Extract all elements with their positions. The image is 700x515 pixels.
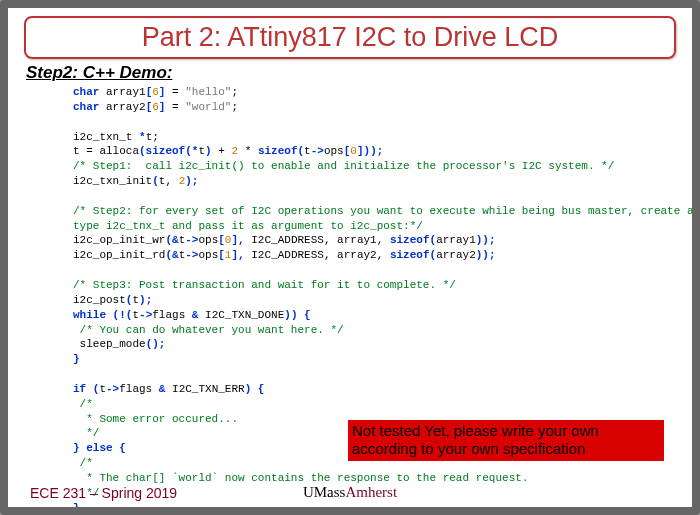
code-text: ops [324,145,344,157]
code-text: ops [198,234,218,246]
code-text: -> [311,145,324,157]
code-text: } [73,502,80,514]
code-text: array2 [436,249,476,261]
brand-amherst: Amherst [345,484,397,500]
code-text: ], [231,234,244,246]
slide-title: Part 2: ATtiny817 I2C to Drive LCD [142,22,559,52]
code-text: (); [146,338,166,350]
code-text: I2C_ADDRESS, array1, [245,234,390,246]
code-text: I2C_ADDRESS, array2, [245,249,390,261]
code-text: array1 [99,86,145,98]
code-text: "world" [185,101,231,113]
code-text: ; [231,86,238,98]
code-text: (& [165,249,178,261]
code-text: array1 [436,234,476,246]
code-text: [ [218,234,225,246]
code-text: * [238,145,258,157]
code-text: if ( [73,383,99,395]
code-text: ) [205,145,212,157]
code-text: else { [86,442,126,454]
brand-umass: UMass [303,484,346,500]
code-text: ); [185,175,198,187]
code-comment: /* [73,398,93,410]
code-text: t [304,145,311,157]
code-text: t, [159,175,179,187]
code-text: = [165,86,185,98]
code-text: i2c_op_init_rd [73,249,165,261]
slide-frame: Part 2: ATtiny817 I2C to Drive LCD Step2… [0,0,700,515]
code-text: 6 [152,86,159,98]
code-text: sizeof( [390,234,436,246]
code-text: (sizeof(* [139,145,198,157]
code-comment: * Some error occured... [73,413,238,425]
code-text: ; [231,101,238,113]
code-comment: */ [73,427,99,439]
code-comment: /* Step2: for every set of I2C operation… [73,205,700,217]
footer-brand: UMassAmherst [8,484,692,501]
code-comment: /* [73,457,93,469]
code-text: sleep_mode [73,338,146,350]
code-text: )); [476,249,496,261]
code-text: sizeof( [258,145,304,157]
code-text: 0 [350,145,357,157]
code-text: + [212,145,232,157]
code-text: ], [231,249,244,261]
code-text: i2c_op_init_wr [73,234,165,246]
code-comment: type i2c_tnx_t and pass it as argument t… [73,220,423,232]
slide-subtitle: Step2: C++ Demo: [26,63,674,83]
code-text: "hello" [185,86,231,98]
code-text: ); [139,294,152,306]
warning-overlay: Not tested Yet, please write your own ac… [348,420,664,462]
code-text: -> [139,309,152,321]
code-text: [ [218,249,225,261]
code-text: i2c_post [73,294,126,306]
code-comment: /* You can do whatever you want here. */ [73,324,344,336]
code-text: -> [106,383,119,395]
code-text: -> [185,249,198,261]
code-text: char [73,86,99,98]
code-text: (& [165,234,178,246]
code-text: * [139,131,146,143]
code-text: } [73,353,80,365]
code-text: ops [198,249,218,261]
code-text: 6 [152,101,159,113]
code-text: ])); [357,145,383,157]
slide-body: Part 2: ATtiny817 I2C to Drive LCD Step2… [8,8,692,507]
code-text: i2c_txn_init [73,175,152,187]
code-text: -> [185,234,198,246]
code-text: while (!( [73,309,132,321]
code-text: flags [152,309,192,321]
code-text: I2C_TXN_ERR [165,383,244,395]
code-text: flags [119,383,159,395]
code-text: = [165,101,185,113]
title-card: Part 2: ATtiny817 I2C to Drive LCD [24,16,676,59]
code-text: char [73,101,99,113]
code-text: sizeof( [390,249,436,261]
code-text: ) { [245,383,265,395]
code-text: i2c_txn_t [73,131,139,143]
code-comment: * The char[] `world` now contains the re… [73,472,528,484]
code-text: )); [476,234,496,246]
code-text: ( [152,175,159,187]
code-text: )) { [284,309,310,321]
code-comment: /* Step1: call i2c_init() to enable and … [73,160,614,172]
code-comment: /* Step3: Post transaction and wait for … [73,279,456,291]
code-text: t; [146,131,159,143]
code-text: array2 [99,101,145,113]
code-text: } [73,442,86,454]
code-text: t = alloca [73,145,139,157]
code-text: I2C_TXN_DONE [198,309,284,321]
